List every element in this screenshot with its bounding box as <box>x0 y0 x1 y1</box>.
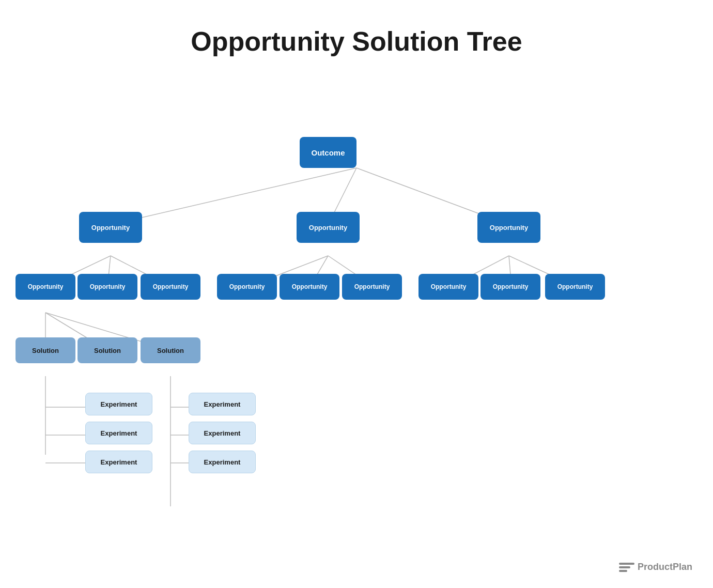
productplan-icon <box>619 563 634 572</box>
productplan-logo: ProductPlan <box>619 562 692 572</box>
solution-1-node[interactable]: Solution <box>16 337 75 363</box>
opp-rl1-node[interactable]: Opportunity <box>419 274 478 300</box>
experiment-1-node[interactable]: Experiment <box>85 393 152 415</box>
experiment-6-node[interactable]: Experiment <box>189 451 256 473</box>
tree-connectors <box>0 72 713 563</box>
opp-ml2-node[interactable]: Opportunity <box>280 274 339 300</box>
opp-ll1-node[interactable]: Opportunity <box>16 274 75 300</box>
solution-2-node[interactable]: Solution <box>78 337 137 363</box>
opp-ml1-node[interactable]: Opportunity <box>217 274 277 300</box>
experiment-3-node[interactable]: Experiment <box>85 451 152 473</box>
page-title: Opportunity Solution Tree <box>0 0 713 72</box>
opp-left-node[interactable]: Opportunity <box>79 212 142 243</box>
opp-right-node[interactable]: Opportunity <box>477 212 540 243</box>
opp-rl2-node[interactable]: Opportunity <box>481 274 540 300</box>
opp-ml3-node[interactable]: Opportunity <box>342 274 402 300</box>
productplan-text: ProductPlan <box>638 562 692 572</box>
opp-mid-node[interactable]: Opportunity <box>297 212 360 243</box>
opp-ll2-node[interactable]: Opportunity <box>78 274 137 300</box>
tree-container: Outcome Opportunity Opportunity Opportun… <box>0 72 713 563</box>
experiment-5-node[interactable]: Experiment <box>189 422 256 444</box>
solution-3-node[interactable]: Solution <box>141 337 200 363</box>
opp-rl3-node[interactable]: Opportunity <box>545 274 605 300</box>
experiment-4-node[interactable]: Experiment <box>189 393 256 415</box>
opp-ll3-node[interactable]: Opportunity <box>141 274 200 300</box>
outcome-node[interactable]: Outcome <box>300 137 357 168</box>
experiment-2-node[interactable]: Experiment <box>85 422 152 444</box>
